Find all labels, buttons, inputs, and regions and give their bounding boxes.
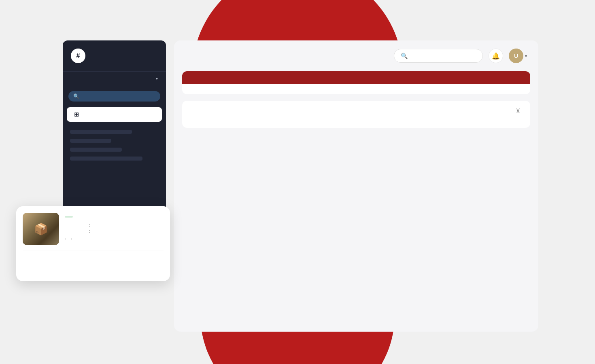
- filter-icon[interactable]: ⊻: [516, 107, 521, 115]
- chevron-down-icon: ▾: [525, 54, 527, 58]
- sidebar-item-dashboard[interactable]: ⊞: [67, 107, 162, 122]
- main-header: 🔍 🔔 U ▾: [174, 40, 538, 71]
- sidebar-search-input[interactable]: [83, 93, 155, 99]
- nav-skeleton-1: [70, 130, 132, 134]
- product-info: : :: [65, 213, 164, 242]
- inventory-table: [182, 84, 530, 94]
- product-type-label: [65, 222, 89, 227]
- company-selector[interactable]: ▾: [63, 72, 166, 86]
- stock-report-section: ⊻: [182, 101, 530, 128]
- search-input[interactable]: [411, 53, 476, 59]
- product-card: 📦 : :: [16, 206, 170, 281]
- stock-report-header: ⊻: [192, 107, 521, 115]
- bell-button[interactable]: 🔔: [489, 49, 503, 63]
- nav-skeleton-2: [70, 139, 111, 143]
- product-color-colon: :: [89, 229, 90, 233]
- product-color-row: :: [65, 229, 164, 233]
- inventory-table-header-row: [182, 84, 530, 94]
- col-stock: [443, 84, 530, 94]
- product-image: 📦: [23, 213, 59, 245]
- dashboard-icon: ⊞: [74, 111, 79, 118]
- product-type-colon: :: [89, 222, 90, 227]
- product-tag: [65, 238, 72, 240]
- barcode-svg: [32, 254, 154, 275]
- user-dropdown[interactable]: U ▾: [509, 49, 527, 63]
- col-product: [182, 84, 269, 94]
- sidebar-logo: #: [63, 49, 166, 72]
- search-bar: 🔍: [394, 49, 483, 63]
- barcode-area: [23, 250, 164, 275]
- product-image-inner: 📦: [23, 213, 59, 245]
- avatar: U: [509, 49, 523, 63]
- product-stock-badge: [65, 216, 73, 218]
- logo-icon: #: [71, 49, 85, 63]
- sidebar-section-employees: [63, 123, 166, 127]
- col-category: [269, 84, 356, 94]
- sidebar-search-icon: 🔍: [73, 93, 79, 99]
- header-right: 🔍 🔔 U ▾: [394, 49, 527, 63]
- product-color-label: [65, 229, 89, 233]
- company-dropdown-arrow: ▾: [156, 76, 158, 81]
- sidebar-search-container: 🔍: [68, 91, 160, 102]
- product-type-row: :: [65, 222, 164, 227]
- inventory-header: [182, 71, 530, 84]
- main-content: 🔍 🔔 U ▾: [174, 40, 538, 332]
- inventory-section: [182, 71, 530, 94]
- nav-skeleton-3: [70, 148, 122, 152]
- col-warehouse: [356, 84, 443, 94]
- nav-skeleton-4: [70, 157, 142, 161]
- product-card-top: 📦 : :: [23, 213, 164, 245]
- search-icon: 🔍: [401, 53, 408, 59]
